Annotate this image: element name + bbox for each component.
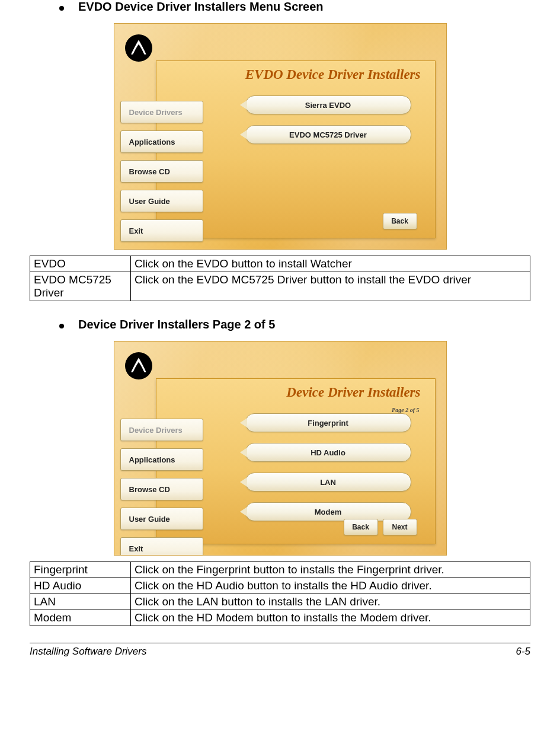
left-tab-exit[interactable]: Exit (120, 537, 203, 556)
installer2-title: Device Driver Installers (286, 385, 420, 400)
installer1-title: EVDO Device Driver Installers (245, 67, 421, 82)
driver-button-lan[interactable]: LAN (245, 473, 411, 492)
driver-button-evdo-mc5725-driver[interactable]: EVDO MC5725 Driver (245, 125, 411, 144)
left-tab-device-drivers[interactable]: Device Drivers (120, 101, 203, 123)
table-cell-desc: Click on the LAN button to installs the … (131, 594, 530, 610)
left-tab-browse-cd[interactable]: Browse CD (120, 478, 203, 500)
table-cell-name: HD Audio (30, 578, 131, 594)
table-row: EVDOClick on the EVDO button to install … (30, 256, 530, 272)
back-button[interactable]: Back (383, 213, 417, 229)
table-cell-name: LAN (30, 594, 131, 610)
left-tab-user-guide[interactable]: User Guide (120, 508, 203, 530)
table-cell-desc: Click on the HD Audio button to installs… (131, 578, 530, 594)
footer-left: Installing Software Drivers (30, 646, 146, 658)
table-row: ModemClick on the HD Modem button to ins… (30, 610, 530, 626)
bullet-icon (59, 6, 64, 11)
installer-screenshot-1: EVDO Device Driver Installers Sierra EVD… (114, 23, 447, 250)
table-row: EVDO MC5725 DriverClick on the EVDO MC57… (30, 272, 530, 301)
driver-button-sierra-evdo[interactable]: Sierra EVDO (245, 95, 411, 114)
table-section1: EVDOClick on the EVDO button to install … (30, 256, 530, 301)
section2-heading: Device Driver Installers Page 2 of 5 (78, 318, 275, 331)
table-row: HD AudioClick on the HD Audio button to … (30, 578, 530, 594)
table-row: FingerprintClick on the Fingerprint butt… (30, 562, 530, 578)
table-cell-desc: Click on the HD Modem button to installs… (131, 610, 530, 626)
table-section2: FingerprintClick on the Fingerprint butt… (30, 561, 530, 626)
footer-right: 6-5 (516, 646, 530, 658)
table-cell-desc: Click on the EVDO MC5725 Driver button t… (131, 272, 530, 301)
section1-heading: EVDO Device Driver Installers Menu Scree… (78, 0, 324, 14)
table-cell-name: EVDO (30, 256, 131, 272)
table-row: LANClick on the LAN button to installs t… (30, 594, 530, 610)
left-tab-exit[interactable]: Exit (120, 219, 203, 242)
left-tab-applications[interactable]: Applications (120, 130, 203, 153)
left-tab-applications[interactable]: Applications (120, 448, 203, 471)
left-tab-browse-cd[interactable]: Browse CD (120, 160, 203, 183)
table-cell-name: Fingerprint (30, 562, 131, 578)
table-cell-desc: Click on the EVDO button to install Watc… (131, 256, 530, 272)
bullet-icon (59, 324, 64, 328)
table-cell-name: Modem (30, 610, 131, 626)
installer-screenshot-2: Device Driver Installers Page 2 of 5 Fin… (114, 341, 447, 556)
table-cell-desc: Click on the Fingerprint button to insta… (131, 562, 530, 578)
left-tab-device-drivers[interactable]: Device Drivers (120, 419, 203, 441)
table-cell-name: EVDO MC5725 Driver (30, 272, 131, 301)
next-button[interactable]: Next (383, 519, 417, 535)
motorola-logo-icon (125, 34, 152, 62)
driver-button-hd-audio[interactable]: HD Audio (245, 443, 411, 462)
driver-button-fingerprint[interactable]: Fingerprint (245, 413, 411, 432)
left-tab-user-guide[interactable]: User Guide (120, 190, 203, 212)
installer2-pageof: Page 2 of 5 (392, 407, 419, 413)
motorola-logo-icon (125, 352, 152, 379)
back-button[interactable]: Back (344, 519, 378, 535)
